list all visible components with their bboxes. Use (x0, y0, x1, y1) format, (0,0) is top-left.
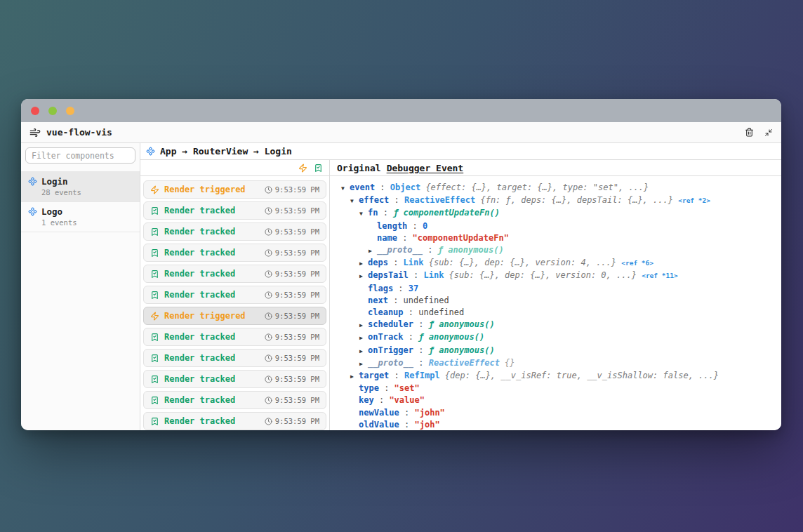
tree-line[interactable]: ▶onTrigger : ƒ anonymous() (330, 345, 781, 357)
debugger-event-link[interactable]: Debugger Event (387, 163, 464, 173)
sidebar-item-logo[interactable]: Logo 1 events (21, 201, 140, 232)
tree-segment-preview: {effect: {…}, target: {…}, type: "set", … (420, 182, 649, 192)
tree-line[interactable]: ▼fn : ƒ componentUpdateFn() (330, 207, 781, 220)
tree-line: key : "value" (330, 394, 781, 406)
tree-segment-punct: : (399, 420, 415, 430)
tree-segment-preview: {fn: ƒ, deps: {…}, depsTail: {…}, ...} (475, 195, 678, 205)
trash-icon[interactable] (745, 128, 754, 137)
tree-segment-key: fn (368, 208, 378, 218)
debugger-tree: ▼event : Object {effect: {…}, target: {…… (330, 176, 781, 430)
event-time-text: 9:53:59 PM (275, 206, 319, 215)
clock-icon (265, 312, 272, 320)
tree-segment-string: "joh" (414, 420, 439, 430)
event-time: 9:53:59 PM (265, 333, 319, 341)
event-row[interactable]: Render tracked9:53:59 PM (143, 222, 326, 241)
tree-line[interactable]: ▶deps : Link {sub: {…}, dep: {…}, versio… (330, 257, 781, 270)
event-row[interactable]: Render tracked9:53:59 PM (143, 412, 326, 430)
traffic-light-red[interactable] (31, 107, 39, 115)
tree-segment-key: onTrack (368, 332, 404, 342)
clock-icon (265, 375, 272, 383)
tree-segment-preview: {sub: {…}, dep: {…}, version: 0, ...} (444, 270, 642, 280)
app-header: vue-flow-vis (21, 122, 781, 143)
breadcrumb: App → RouterView → Login (140, 143, 781, 160)
tree-segment-ref: <ref *11> (642, 272, 677, 279)
event-time-text: 9:53:59 PM (275, 248, 319, 257)
zap-filter-icon[interactable] (298, 164, 307, 173)
event-label: Render tracked (164, 206, 235, 215)
event-row[interactable]: Render tracked9:53:59 PM (143, 391, 326, 409)
tree-segment-punct: : (375, 182, 390, 192)
filter-components-input[interactable] (25, 147, 135, 164)
tree-line[interactable]: ▶onTrack : ƒ anonymous() (330, 331, 781, 344)
zap-icon (150, 312, 159, 321)
tree-segment-punct: : (407, 221, 423, 231)
sidebar-items: Login 28 events Logo 1 events (21, 171, 140, 232)
event-time: 9:53:59 PM (265, 227, 319, 236)
tree-line: type : "set" (330, 383, 781, 394)
event-row[interactable]: Render tracked9:53:59 PM (143, 265, 326, 283)
tree-segment-key: depsTail (368, 270, 409, 280)
event-time: 9:53:59 PM (265, 291, 319, 299)
event-label: Render tracked (164, 248, 235, 258)
event-time: 9:53:59 PM (265, 206, 319, 215)
tree-segment-punct: : (388, 258, 404, 267)
event-row[interactable]: Render tracked9:53:59 PM (143, 244, 326, 262)
event-time: 9:53:59 PM (265, 312, 319, 320)
tree-line[interactable]: ▶scheduler : ƒ anonymous() (330, 319, 781, 331)
tree-segment-func: ƒ anonymous() (429, 319, 495, 329)
tree-line[interactable]: ▶__proto__ : ƒ anonymous() (330, 244, 781, 257)
tree-line[interactable]: ▶target : RefImpl {dep: {…}, __v_isRef: … (330, 370, 781, 383)
event-time-text: 9:53:59 PM (275, 270, 319, 278)
event-time-text: 9:53:59 PM (275, 417, 319, 425)
event-row[interactable]: Render tracked9:53:59 PM (143, 328, 326, 346)
tree-segment-func: ƒ componentUpdateFn() (393, 208, 500, 218)
event-time-text: 9:53:59 PM (275, 227, 319, 236)
triangle-down-icon[interactable]: ▼ (341, 182, 350, 194)
triangle-right-icon[interactable]: ▶ (359, 358, 368, 370)
tree-segment-typedim: ReactiveEffect (429, 358, 500, 368)
tree-segment-punct: : (397, 233, 413, 243)
triangle-down-icon[interactable]: ▼ (359, 208, 368, 220)
event-row[interactable]: Render tracked9:53:59 PM (143, 349, 326, 367)
event-row[interactable]: Render tracked9:53:59 PM (143, 370, 326, 388)
triangle-right-icon[interactable]: ▶ (369, 245, 377, 257)
tree-line[interactable]: ▶__proto__ : ReactiveEffect {} (330, 357, 781, 370)
tree-line[interactable]: ▼event : Object {effect: {…}, target: {…… (330, 182, 781, 194)
tree-segment-key: length (377, 221, 407, 231)
tree-segment-punct: : (404, 307, 419, 317)
header-actions (745, 128, 773, 137)
clock-icon (265, 333, 272, 341)
collapse-window-icon[interactable] (764, 128, 773, 137)
traffic-light-green[interactable] (48, 107, 57, 115)
tree-segment-punct: : (423, 245, 438, 255)
tree-line: length : 0 (330, 220, 781, 232)
triangle-right-icon[interactable]: ▶ (359, 258, 368, 270)
triangle-right-icon[interactable]: ▶ (359, 332, 368, 344)
triangle-down-icon[interactable]: ▼ (350, 195, 359, 207)
triangle-right-icon[interactable]: ▶ (359, 345, 368, 357)
tree-segment-key: name (377, 233, 397, 243)
bookmark-check-icon (150, 291, 159, 300)
triangle-right-icon[interactable]: ▶ (350, 371, 359, 383)
event-row[interactable]: Render tracked9:53:59 PM (143, 201, 326, 220)
component-icon (28, 177, 37, 186)
tree-segment-key: deps (368, 258, 388, 267)
tree-line[interactable]: ▼effect : ReactiveEffect {fn: ƒ, deps: {… (330, 194, 781, 207)
sidebar-item-login[interactable]: Login 28 events (21, 171, 140, 201)
main-panel: App → RouterView → Login Render triggere… (140, 143, 781, 430)
event-row[interactable]: Render triggered9:53:59 PM (143, 307, 326, 325)
event-time: 9:53:59 PM (265, 375, 319, 383)
bookmark-check-icon (150, 248, 159, 258)
bookmark-check-filter-icon[interactable] (314, 164, 323, 173)
event-row[interactable]: Render triggered9:53:59 PM (143, 180, 326, 199)
triangle-right-icon[interactable]: ▶ (359, 319, 368, 331)
triangle-right-icon[interactable]: ▶ (359, 270, 368, 282)
tree-segment-key: newValue (359, 408, 399, 418)
traffic-light-yellow[interactable] (66, 107, 74, 115)
tree-segment-keydim: __proto__ (368, 358, 413, 368)
bookmark-check-icon (150, 333, 159, 342)
event-label: Render triggered (164, 185, 246, 194)
tree-line[interactable]: ▶depsTail : Link {sub: {…}, dep: {…}, ve… (330, 270, 781, 282)
debugger-header-prefix: Original (337, 163, 381, 173)
event-row[interactable]: Render tracked9:53:59 PM (143, 286, 326, 304)
